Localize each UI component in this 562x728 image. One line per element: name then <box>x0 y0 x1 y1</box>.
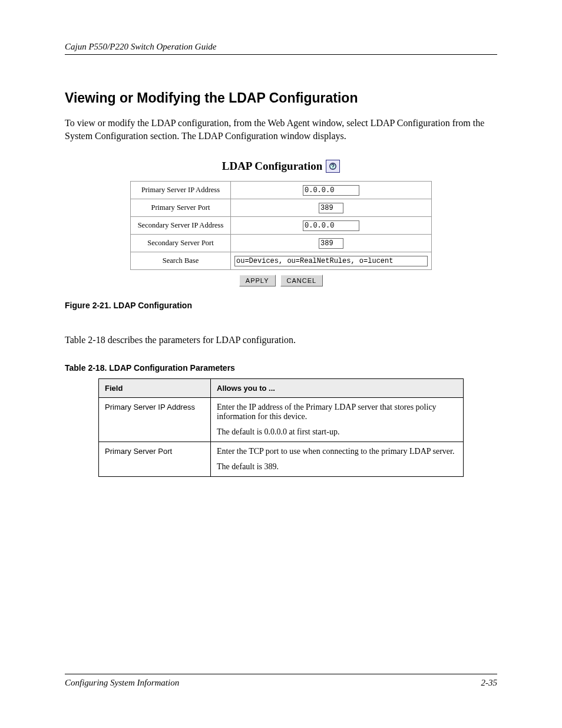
figure-caption: Figure 2-21. LDAP Configuration <box>65 301 497 310</box>
th-field: Field <box>99 378 211 397</box>
ldap-params-table: Field Allows you to ... Primary Server I… <box>98 378 464 477</box>
primary-port-input[interactable] <box>319 203 343 213</box>
page-header: Cajun P550/P220 Switch Operation Guide <box>65 32 497 55</box>
desc-primary-port: Enter the TCP port to use when connectin… <box>211 442 464 476</box>
intro-paragraph: To view or modify the LDAP configuration… <box>65 117 497 142</box>
primary-ip-input[interactable] <box>303 185 359 196</box>
table-row: Primary Server Port Enter the TCP port t… <box>99 442 464 476</box>
svg-point-1 <box>333 168 333 169</box>
header-left: Cajun P550/P220 Switch Operation Guide <box>65 42 216 52</box>
label-secondary-port: Secondary Server Port <box>131 235 231 252</box>
after-figure-paragraph: Table 2-18 describes the parameters for … <box>65 334 497 347</box>
desc-primary-ip-line2: The default is 0.0.0.0 at first start-up… <box>217 427 457 437</box>
desc-primary-port-line1: Enter the TCP port to use when connectin… <box>217 447 457 456</box>
row-secondary-port: Secondary Server Port <box>131 235 432 252</box>
secondary-ip-input[interactable] <box>303 220 359 231</box>
desc-primary-ip: Enter the IP address of the Primary LDAP… <box>211 397 464 442</box>
label-primary-ip: Primary Server IP Address <box>131 182 231 199</box>
label-secondary-ip: Secondary Server IP Address <box>131 217 231 235</box>
ldap-config-form: Primary Server IP Address Primary Server… <box>130 181 432 270</box>
section-heading: Viewing or Modifying the LDAP Configurat… <box>65 90 497 106</box>
ldap-config-figure: LDAP Configuration Primary Server IP Add… <box>130 160 432 286</box>
row-primary-ip: Primary Server IP Address <box>131 182 432 199</box>
secondary-port-input[interactable] <box>319 238 343 249</box>
cancel-button[interactable]: CANCEL <box>280 275 323 286</box>
page-footer: Configuring System Information 2-35 <box>65 674 497 688</box>
footer-right: 2-35 <box>481 678 498 688</box>
help-icon[interactable] <box>326 160 340 173</box>
desc-primary-port-line2: The default is 389. <box>217 462 457 472</box>
apply-button[interactable]: APPLY <box>239 275 276 286</box>
table-caption: Table 2-18. LDAP Configuration Parameter… <box>65 363 497 373</box>
figure-title: LDAP Configuration <box>222 160 323 173</box>
desc-primary-ip-line1: Enter the IP address of the Primary LDAP… <box>217 403 457 421</box>
search-base-input[interactable] <box>234 256 428 266</box>
th-desc: Allows you to ... <box>211 378 464 397</box>
row-primary-port: Primary Server Port <box>131 199 432 217</box>
field-primary-port: Primary Server Port <box>99 442 211 476</box>
footer-left: Configuring System Information <box>65 678 179 688</box>
row-search-base: Search Base <box>131 252 432 270</box>
row-secondary-ip: Secondary Server IP Address <box>131 217 432 235</box>
table-row: Primary Server IP Address Enter the IP a… <box>99 397 464 442</box>
label-primary-port: Primary Server Port <box>131 199 231 217</box>
field-primary-ip: Primary Server IP Address <box>99 397 211 442</box>
label-search-base: Search Base <box>131 252 231 270</box>
